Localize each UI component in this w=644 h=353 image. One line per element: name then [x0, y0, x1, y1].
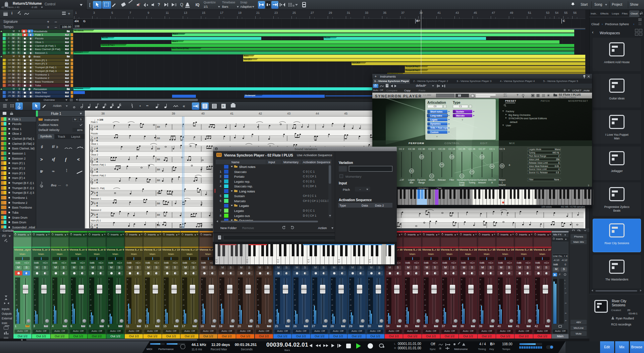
svg-text:bb: bb — [157, 158, 160, 161]
svg-text:Bassoon 1: Bassoon 1 — [91, 197, 101, 200]
svg-text:4: 4 — [96, 181, 98, 184]
svg-text:4: 4 — [96, 160, 98, 163]
svg-text:bb: bb — [157, 202, 160, 205]
svg-text:4: 4 — [96, 194, 98, 197]
svg-text:♯: ♯ — [94, 158, 96, 161]
svg-text:4: 4 — [96, 149, 98, 152]
svg-text:♯: ♯ — [94, 192, 96, 194]
svg-text:♯: ♯ — [94, 179, 96, 181]
svg-text:♯: ♯ — [94, 214, 96, 216]
svg-text:4: 4 — [96, 226, 98, 229]
svg-text:Clarinet..Flat) 2: Clarinet..Flat) 2 — [91, 174, 106, 177]
svg-text:bb: bb — [157, 213, 160, 216]
svg-text:4: 4 — [96, 170, 98, 173]
svg-text:Oboe 2: Oboe 2 — [91, 153, 98, 156]
svg-text:bb: bb — [157, 147, 160, 150]
svg-text:4: 4 — [96, 128, 98, 131]
svg-text:Horn (F) 1: Horn (F) 1 — [91, 219, 101, 222]
svg-text:bb: bb — [157, 179, 160, 182]
svg-text:♯: ♯ — [94, 126, 96, 128]
svg-text:bb: bb — [157, 137, 160, 140]
svg-text:Oboe 1: Oboe 1 — [91, 143, 98, 145]
svg-text:Flute 1: Flute 1 — [91, 121, 98, 123]
svg-text:4: 4 — [96, 204, 98, 207]
svg-text:♩ = 108: ♩ = 108 — [94, 119, 103, 121]
svg-text:4: 4 — [96, 139, 98, 142]
svg-text:♯: ♯ — [94, 202, 96, 205]
svg-text:♯: ♯ — [94, 224, 96, 226]
svg-text:Bass Cl.. Flat): Bass Cl.. Flat) — [91, 187, 105, 190]
svg-text:Piccolo: Piccolo — [91, 132, 98, 135]
svg-text:Bassoon 2: Bassoon 2 — [91, 209, 101, 211]
svg-text:bb: bb — [157, 168, 160, 171]
svg-text:Clarinet..Flat) 1: Clarinet..Flat) 1 — [91, 164, 106, 166]
svg-text:♯: ♯ — [94, 137, 96, 139]
svg-text:♯: ♯ — [94, 147, 96, 150]
svg-text:bb: bb — [157, 125, 160, 128]
svg-text:♯: ♯ — [94, 168, 96, 171]
svg-text:4: 4 — [96, 216, 98, 219]
